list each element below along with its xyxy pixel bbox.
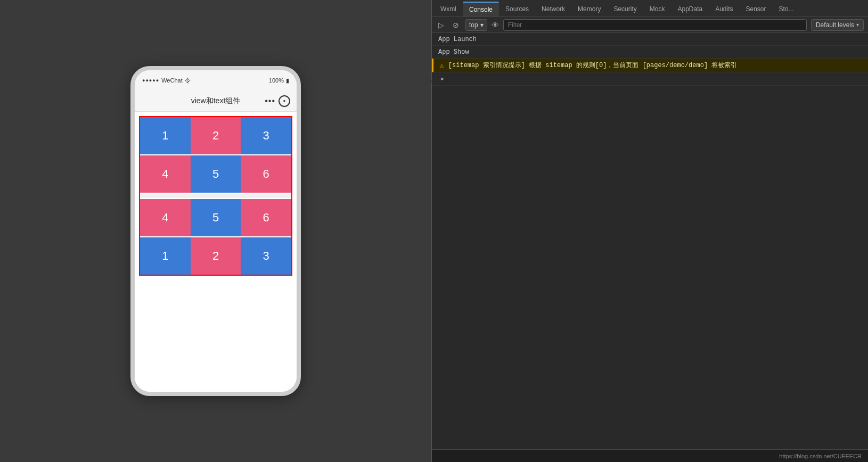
demo-container: 1 2 3 4 5 6 4 5 6: [139, 116, 292, 276]
entry-text: App Show: [438, 48, 469, 56]
cell-1-1: 1: [140, 117, 191, 154]
status-bar: ●●●●● WeChat 令 12:16 100% ▮: [135, 70, 297, 90]
phone-title-bar: view和text组件 ••• ●: [135, 90, 297, 112]
cell-3-1: 4: [140, 199, 191, 236]
signal-dots: ●●●●●: [142, 78, 159, 83]
bottom-bar: https://blog.csdn.net/CUFEECR: [432, 449, 868, 462]
battery-icon: ▮: [286, 77, 289, 84]
entry-text: [sitemap 索引情况提示] 根据 sitemap 的规则[0]，当前页面 …: [448, 61, 737, 70]
warning-icon: ⚠: [440, 61, 444, 70]
context-value: top: [469, 21, 478, 29]
tab-security[interactable]: Security: [607, 2, 643, 16]
entry-text: App Launch: [438, 36, 477, 43]
row-separator-1: [140, 194, 291, 198]
battery-pct: 100%: [269, 77, 284, 84]
tab-sources[interactable]: Sources: [499, 2, 535, 16]
cell-2-1: 4: [140, 155, 191, 193]
tab-memory[interactable]: Memory: [571, 2, 607, 16]
carrier-label: WeChat: [161, 77, 183, 84]
cell-4-3: 3: [241, 237, 291, 275]
page-title: view和text组件: [191, 96, 241, 106]
phone-content: 1 2 3 4 5 6 4 5 6: [135, 112, 297, 392]
cell-4-2: 2: [191, 237, 241, 275]
record-icon[interactable]: ●: [279, 95, 290, 107]
tab-console[interactable]: Console: [463, 2, 499, 16]
phone-simulator: ●●●●● WeChat 令 12:16 100% ▮ view和text组件 …: [0, 0, 431, 462]
console-entry-warning: ⚠ [sitemap 索引情况提示] 根据 sitemap 的规则[0]，当前页…: [432, 59, 868, 72]
cell-2-3: 6: [241, 155, 291, 193]
grid-row-3: 4 5 6: [140, 199, 291, 236]
tab-network[interactable]: Network: [535, 2, 571, 16]
levels-label: Default levels: [816, 21, 854, 29]
title-icons: ••• ●: [265, 95, 290, 107]
tab-sensor[interactable]: Sensor: [740, 2, 773, 16]
console-entry-app-launch: App Launch: [432, 33, 868, 46]
cell-3-3: 6: [241, 199, 291, 236]
more-icon[interactable]: •••: [265, 96, 275, 106]
grid-row-4: 1 2 3: [140, 237, 291, 275]
devtools-panel: Wxml Console Sources Network Memory Secu…: [431, 0, 868, 462]
grid-row-1: 1 2 3: [140, 117, 291, 154]
chevron-down-icon: ▾: [480, 21, 484, 29]
page-url: https://blog.csdn.net/CUFEECR: [779, 453, 862, 459]
status-left: ●●●●● WeChat 令: [142, 77, 191, 85]
devtools-tabs: Wxml Console Sources Network Memory Secu…: [432, 0, 868, 17]
devtools-toolbar: ▷ ⊘ top ▾ 👁 Default levels ▾: [432, 17, 868, 33]
eye-icon[interactable]: 👁: [492, 21, 499, 29]
tab-audits[interactable]: Audits: [709, 2, 739, 16]
console-entry-app-show: App Show: [432, 46, 868, 59]
cell-1-2: 2: [191, 117, 241, 154]
status-right: 100% ▮: [269, 77, 289, 84]
console-entry-expand[interactable]: ▶: [432, 72, 868, 86]
console-output: App Launch App Show ⚠ [sitemap 索引情况提示] 根…: [432, 33, 868, 449]
execute-icon[interactable]: ▷: [436, 20, 446, 30]
wifi-icon: 令: [185, 77, 191, 85]
cell-4-1: 1: [140, 237, 191, 275]
filter-input[interactable]: [503, 19, 807, 31]
cell-3-2: 5: [191, 199, 241, 236]
tab-mock[interactable]: Mock: [643, 2, 672, 16]
clear-icon[interactable]: ⊘: [451, 20, 461, 30]
context-selector[interactable]: top ▾: [465, 19, 487, 31]
cell-2-2: 5: [191, 155, 241, 193]
tab-storage[interactable]: Sto...: [773, 2, 800, 16]
cell-1-3: 3: [241, 117, 291, 154]
tab-appdata[interactable]: AppData: [671, 2, 709, 16]
levels-arrow-icon: ▾: [856, 22, 859, 28]
phone-frame: ●●●●● WeChat 令 12:16 100% ▮ view和text组件 …: [130, 66, 301, 396]
levels-button[interactable]: Default levels ▾: [811, 19, 864, 31]
grid-row-2: 4 5 6: [140, 155, 291, 193]
tab-wxml[interactable]: Wxml: [434, 2, 463, 16]
